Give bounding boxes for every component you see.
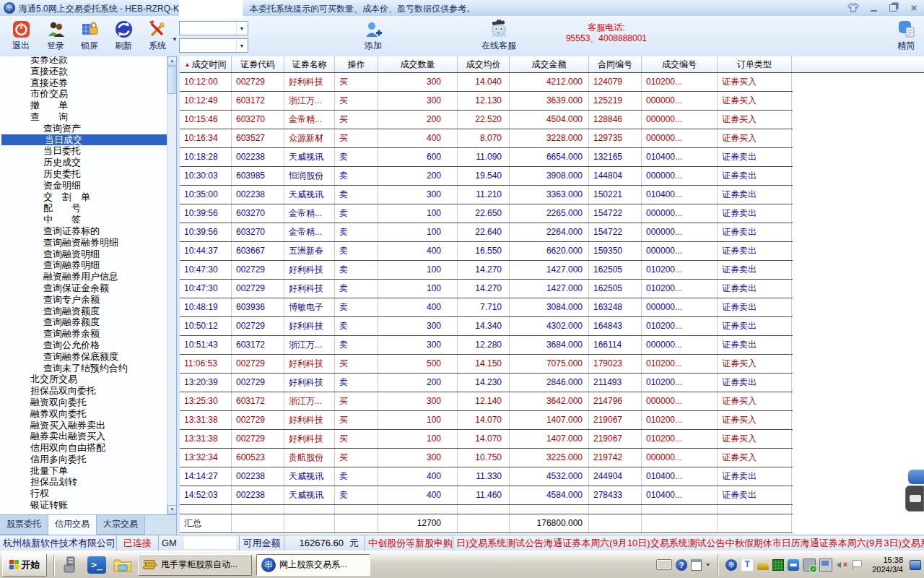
window-arrange-icon[interactable] <box>691 559 702 571</box>
teamviewer-icon[interactable] <box>788 559 799 571</box>
sidebar-scrollbar[interactable]: ▲ ▼ <box>167 56 176 514</box>
sidebar-item[interactable]: 查询融资额度 <box>0 306 167 317</box>
trade-row[interactable]: 10:39:56603270金帝精...卖10022.6502265.00015… <box>180 204 793 223</box>
trade-row[interactable]: 10:47:30002729好利科技卖10014.2701427.0001625… <box>180 280 793 298</box>
sidebar-item[interactable]: 担保品双向委托 <box>0 385 167 397</box>
sidebar-item[interactable]: 融券卖出融资买入 <box>0 431 167 442</box>
sidebar-item[interactable]: 担保品划转 <box>0 476 167 488</box>
sidebar-item[interactable]: 银证转账 <box>0 499 167 511</box>
empty-row[interactable] <box>180 505 793 514</box>
sidebar-item[interactable]: 直接还券 <box>0 77 167 89</box>
column-header[interactable]: 操作 <box>335 56 378 72</box>
start-button[interactable]: 开始 <box>2 553 47 577</box>
tab-大宗交易[interactable]: 大宗交易 <box>97 515 145 535</box>
trade-row[interactable]: 10:12:00002729好利科技买30014.0404212.0001240… <box>180 73 793 92</box>
sidebar-item[interactable]: 融资双向委托 <box>0 397 167 408</box>
floating-widget[interactable] <box>905 470 924 512</box>
sidebar-item[interactable]: 查询融券保底额度 <box>0 351 167 363</box>
tray-clock[interactable]: 15:38 2024/3/4 <box>872 556 903 574</box>
trade-row[interactable]: 11:06:53002729好利科技买50014.1507075.0001790… <box>180 355 793 374</box>
column-header[interactable]: 成交均价 <box>458 56 510 72</box>
add-button[interactable]: 添加 <box>355 18 391 54</box>
volume-muted-icon[interactable]: × <box>836 559 847 571</box>
sidebar-item[interactable]: 历史成交 <box>0 157 167 168</box>
tray-chevron-icon[interactable]: ▼ <box>705 562 710 567</box>
powershell-icon[interactable]: >_ <box>86 554 108 576</box>
sidebar-item[interactable]: 交 割 单 <box>0 191 167 203</box>
sidebar-item[interactable]: 查询融资融券明细 <box>0 237 167 249</box>
trade-row[interactable]: 10:15:46603270金帝精...买20022.5204504.00012… <box>180 111 793 129</box>
trade-row[interactable]: 13:31:38002729好利科技买10014.0701407.0002190… <box>180 411 793 430</box>
trade-row[interactable]: 10:30:03603985恒润股份卖20019.5403908.0001448… <box>180 167 793 186</box>
trade-row[interactable]: 10:47:30002729好利科技卖10014.2701427.0001625… <box>180 261 793 280</box>
sidebar-item[interactable]: 融资买入融券卖出 <box>0 420 167 431</box>
taskbar-window-1[interactable]: 甩手掌柜股票自动... <box>138 554 252 576</box>
trade-row[interactable]: 14:52:03002238天威视讯卖40011.4604584.0002784… <box>180 486 793 505</box>
show-desktop-button[interactable] <box>910 560 921 570</box>
sidebar-item[interactable]: 历史委托 <box>0 168 167 180</box>
trade-row[interactable]: 10:51:43603172浙江万...卖30012.2803684.00016… <box>180 336 793 355</box>
column-header[interactable]: 订单类型 <box>718 56 792 72</box>
trade-row[interactable]: 10:48:19603936博敏电子卖4007.7103084.00016324… <box>180 298 793 317</box>
trade-row[interactable]: 10:35:00002238天威视讯卖30011.2103363.0001502… <box>180 186 793 204</box>
sidebar-item[interactable]: 查询公允价格 <box>0 340 167 351</box>
system-button[interactable]: 系统 <box>139 18 175 54</box>
summary-row[interactable]: 汇总12700176800.000 <box>180 514 793 533</box>
keyboard-panel-icon[interactable] <box>905 486 924 512</box>
keyboard-icon[interactable] <box>656 559 672 570</box>
sidebar-item[interactable]: 查询证券标的 <box>0 225 167 237</box>
sidebar-item[interactable]: 资金明细 <box>0 180 167 191</box>
minimize-button[interactable] <box>868 3 879 13</box>
trade-row[interactable]: 10:44:37603667五洲新春卖40016.5506620.0001593… <box>180 242 793 261</box>
account-combo-2[interactable]: ▼ <box>179 38 248 53</box>
sidebar-item[interactable]: 中 签 <box>0 214 167 225</box>
sidebar-item[interactable]: 查询保证金余额 <box>0 282 167 294</box>
chevron-down-icon[interactable]: ▼ <box>236 40 247 51</box>
sidebar-item[interactable]: 批量下单 <box>0 465 167 477</box>
sidebar-item[interactable]: 查询融券额度 <box>0 316 167 328</box>
restore-button[interactable] <box>888 3 899 13</box>
column-header[interactable]: 证券代码 <box>232 56 284 72</box>
sidebar-item[interactable]: 查询融券余额 <box>0 328 167 340</box>
sidebar-item[interactable]: 直接还款 <box>0 66 167 77</box>
chevron-down-icon[interactable]: ▼ <box>236 22 247 34</box>
online-service-button[interactable]: 在线客服 <box>476 18 521 54</box>
scroll-up-icon[interactable]: ▲ <box>167 56 177 66</box>
folder-icon[interactable] <box>112 554 134 576</box>
usb-icon[interactable]: ✓ <box>803 558 816 571</box>
sidebar-item[interactable]: 当日成交 <box>1 134 167 146</box>
trade-row[interactable]: 10:18:28002238天威视讯卖60011.0906654.0001321… <box>180 148 793 167</box>
trade-row[interactable]: 13:31:38002729好利科技买10014.0701407.0002190… <box>180 430 793 449</box>
trade-row[interactable]: 13:25:30603172浙江万...买30012.1403642.00021… <box>180 392 793 411</box>
haitong-tray-icon[interactable]: 串 <box>725 559 737 571</box>
sidebar-item[interactable]: 查询专户余额 <box>0 294 167 306</box>
trade-row[interactable]: 10:50:12002729好利科技卖30014.3404302.0001648… <box>180 317 793 336</box>
trade-row[interactable]: 10:39:56603270金帝精...卖10022.6402264.00015… <box>180 223 793 242</box>
tab-股票委托[interactable]: 股票委托 <box>0 515 48 535</box>
sidebar-item[interactable]: 融券双向委托 <box>0 408 167 420</box>
simplify-button[interactable]: 精简 <box>888 18 924 54</box>
login-button[interactable]: 登录 <box>38 18 74 54</box>
close-button[interactable]: × <box>908 3 920 13</box>
tim-icon[interactable]: T <box>741 558 754 571</box>
sidebar-item[interactable]: 查询融券明细 <box>0 259 167 271</box>
help-icon[interactable]: ? <box>676 559 687 571</box>
green-grid-icon[interactable] <box>772 559 784 571</box>
flag-icon[interactable] <box>851 559 863 571</box>
sidebar-item[interactable]: 北交所交易 <box>0 374 167 385</box>
trade-row[interactable]: 13:32:34600523贵航股份买30010.7503225.0002197… <box>180 449 793 467</box>
network-icon[interactable] <box>819 558 832 571</box>
column-header[interactable]: 证券名称 <box>284 56 335 72</box>
sidebar-item[interactable]: 撤 单 <box>0 100 167 111</box>
scrollbar-thumb[interactable] <box>167 66 177 94</box>
exit-button[interactable]: 退出 <box>3 18 39 54</box>
trade-row[interactable]: 10:12:49603172浙江万...买30012.1303639.00012… <box>180 92 793 111</box>
refresh-button[interactable]: 刷新 <box>105 18 141 54</box>
trade-row[interactable]: 13:20:39002729好利科技卖20014.2302846.0002114… <box>180 374 793 392</box>
lock-screen-button[interactable]: 锁屏 <box>71 18 108 54</box>
sidebar-item[interactable]: 行权 <box>0 488 167 499</box>
column-header[interactable]: 成交编号 <box>642 56 718 72</box>
sidebar-item[interactable]: 卖券还款 <box>0 56 167 66</box>
sidebar-item[interactable]: 融资融券用户信息 <box>0 271 167 282</box>
sidebar-item[interactable]: 查询资产 <box>0 123 167 134</box>
